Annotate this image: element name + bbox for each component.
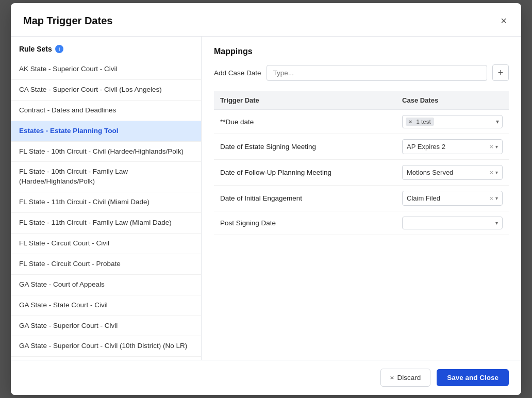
chevron-down-icon[interactable]: ▾ [496,118,499,125]
table-row: **Due date×1 test▾ [214,110,509,134]
rule-set-item[interactable]: GA State - State Court - Civil [11,295,201,316]
tag-remove-icon[interactable]: × [409,119,412,125]
case-date-tag: ×1 test [406,118,434,126]
add-case-date-input[interactable] [267,65,487,81]
mappings-table: Trigger Date Case Dates **Due date×1 tes… [214,91,509,235]
chevron-down-icon[interactable]: ▾ [495,170,498,175]
rule-set-item[interactable]: Contract - Dates and Deadlines [11,101,201,121]
tag-container[interactable]: ×1 test▾ [402,115,503,128]
case-date-dropdown[interactable]: Claim Filed×▾ [402,191,503,206]
empty-dropdown[interactable]: ▾ [402,217,503,229]
rule-set-item[interactable]: FL State - 10th Circuit - Family Law (Ha… [11,162,201,192]
rule-set-item[interactable]: AK State - Superior Court - Civil [11,59,201,80]
chevron-down-icon[interactable]: ▾ [495,220,498,226]
clear-icon[interactable]: × [489,169,493,176]
rule-sets-label: Rule Sets [19,45,52,53]
table-row: Date of Estate Signing MeetingAP Expires… [214,134,509,160]
discard-button[interactable]: × Discard [380,369,431,387]
add-case-date-row: Add Case Date + [214,64,509,81]
modal-overlay: Map Trigger Dates × Rule Sets i AK State… [0,0,532,398]
discard-icon: × [390,374,394,382]
rule-sets-panel: Rule Sets i AK State - Superior Court - … [11,37,202,360]
case-dates-cell: Motions Served×▾ [396,160,509,186]
rule-set-item[interactable]: Estates - Estate Planning Tool [11,121,201,142]
modal-header: Map Trigger Dates × [11,3,521,37]
rule-sets-header: Rule Sets i [11,45,201,59]
chevron-down-icon[interactable]: ▾ [495,195,498,201]
trigger-date-cell: Date of Estate Signing Meeting [214,134,396,160]
table-header: Trigger Date Case Dates [214,91,509,110]
trigger-date-cell: Date of Follow-Up Planning Meeting [214,160,396,186]
close-button[interactable]: × [498,13,509,28]
rule-sets-list: AK State - Superior Court - CivilCA Stat… [11,59,201,357]
case-dates-cell: ▾ [396,211,509,235]
rule-set-item[interactable]: FL State - 11th Circuit - Civil (Miami D… [11,192,201,213]
chevron-down-icon[interactable]: ▾ [495,144,498,150]
rule-set-item[interactable]: CA State - Superior Court - Civil (Los A… [11,80,201,101]
modal-footer: × Discard Save and Close [11,360,521,395]
table-row: Post Signing Date▾ [214,211,509,235]
col-trigger-date: Trigger Date [214,91,396,110]
modal-title: Map Trigger Dates [23,15,112,27]
dropdown-controls: ×▾ [489,169,498,176]
dropdown-controls: ×▾ [489,143,498,151]
mappings-panel: Mappings Add Case Date + Trigger Date Ca… [202,37,521,360]
tag-label: 1 test [416,119,430,125]
dropdown-value: Motions Served [407,169,489,176]
modal-body: Rule Sets i AK State - Superior Court - … [11,37,521,360]
case-date-dropdown[interactable]: AP Expires 2×▾ [402,139,503,154]
clear-icon[interactable]: × [489,143,493,151]
case-dates-cell: ×1 test▾ [396,110,509,134]
add-case-date-label: Add Case Date [214,69,261,77]
trigger-date-cell: Post Signing Date [214,211,396,235]
rule-set-item[interactable]: GA State - Superior Court - Civil [11,316,201,337]
map-trigger-dates-modal: Map Trigger Dates × Rule Sets i AK State… [11,3,521,395]
save-close-button[interactable]: Save and Close [437,369,509,386]
rule-set-item[interactable]: FL State - 11th Circuit - Family Law (Mi… [11,213,201,234]
rule-set-item[interactable]: FL State - Circuit Court - Probate [11,254,201,275]
col-case-dates: Case Dates [396,91,509,110]
trigger-date-cell: Date of Initial Engagement [214,186,396,211]
dropdown-value: Claim Filed [407,194,489,202]
info-icon[interactable]: i [55,45,63,53]
rule-set-item[interactable]: FL State - Circuit Court - Civil [11,234,201,254]
rule-set-item[interactable]: GA State - Superior Court - Civil (10th … [11,336,201,357]
trigger-date-cell: **Due date [214,110,396,134]
rule-set-item[interactable]: GA State - Court of Appeals [11,275,201,295]
case-dates-cell: Claim Filed×▾ [396,186,509,211]
mappings-title: Mappings [214,47,509,56]
dropdown-controls: ×▾ [489,194,498,202]
mappings-tbody: **Due date×1 test▾Date of Estate Signing… [214,110,509,235]
discard-label: Discard [397,374,421,382]
case-date-dropdown[interactable]: Motions Served×▾ [402,165,503,180]
clear-icon[interactable]: × [489,194,493,202]
case-dates-cell: AP Expires 2×▾ [396,134,509,160]
rule-set-item[interactable]: FL State - 10th Circuit - Civil (Hardee/… [11,142,201,162]
add-case-date-button[interactable]: + [492,64,509,81]
table-row: Date of Initial EngagementClaim Filed×▾ [214,186,509,211]
dropdown-value: AP Expires 2 [407,143,489,151]
table-row: Date of Follow-Up Planning MeetingMotion… [214,160,509,186]
